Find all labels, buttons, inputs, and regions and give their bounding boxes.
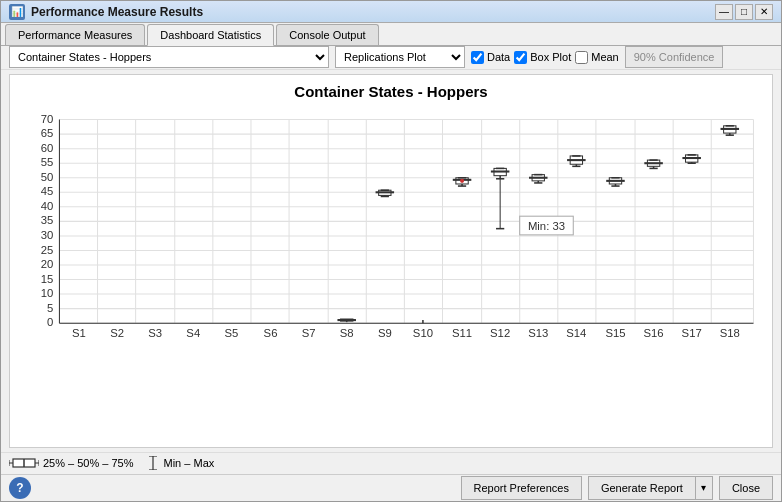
- svg-text:S17: S17: [682, 326, 702, 338]
- chart-title: Container States - Hoppers: [10, 75, 772, 104]
- svg-text:65: 65: [41, 127, 54, 139]
- mean-checkbox-label[interactable]: Mean: [575, 51, 619, 64]
- maximize-button[interactable]: □: [735, 4, 753, 20]
- footer: ? Report Preferences Generate Report ▾ C…: [1, 474, 781, 501]
- svg-text:S8: S8: [340, 326, 354, 338]
- svg-text:S16: S16: [644, 326, 664, 338]
- svg-text:15: 15: [41, 272, 54, 284]
- svg-text:20: 20: [41, 258, 54, 270]
- svg-text:50: 50: [41, 171, 54, 183]
- svg-text:S14: S14: [566, 326, 586, 338]
- tab-performance-measures[interactable]: Performance Measures: [5, 24, 145, 45]
- svg-text:S15: S15: [605, 326, 625, 338]
- plot-type-dropdown[interactable]: Replications Plot: [335, 46, 465, 68]
- tab-console-output[interactable]: Console Output: [276, 24, 378, 45]
- svg-text:S13: S13: [528, 326, 548, 338]
- svg-text:S9: S9: [378, 326, 392, 338]
- tab-dashboard-statistics[interactable]: Dashboard Statistics: [147, 24, 274, 46]
- svg-text:S2: S2: [110, 326, 124, 338]
- close-button[interactable]: Close: [719, 476, 773, 500]
- chart-content: .axis-label { font-size: 11px; fill: #33…: [10, 104, 772, 447]
- tab-bar: Performance Measures Dashboard Statistic…: [1, 23, 781, 45]
- box-legend-label: 25% – 50% – 75%: [43, 457, 134, 469]
- window-controls: — □ ✕: [715, 4, 773, 20]
- svg-text:35: 35: [41, 214, 54, 226]
- box-legend: 25% – 50% – 75%: [9, 456, 134, 470]
- svg-text:25: 25: [41, 243, 54, 255]
- footer-left: ?: [9, 477, 31, 499]
- svg-text:55: 55: [41, 156, 54, 168]
- svg-text:Min: 33: Min: 33: [528, 219, 565, 231]
- svg-text:S4: S4: [186, 326, 200, 338]
- svg-text:S7: S7: [302, 326, 316, 338]
- svg-text:5: 5: [47, 301, 53, 313]
- svg-text:45: 45: [41, 185, 54, 197]
- generate-report-dropdown-arrow[interactable]: ▾: [695, 476, 713, 500]
- svg-text:10: 10: [41, 287, 54, 299]
- mean-checkbox[interactable]: [575, 51, 588, 64]
- main-window: 📊 Performance Measure Results — □ ✕ Perf…: [0, 0, 782, 502]
- main-dropdown[interactable]: Container States - Hoppers: [9, 46, 329, 68]
- svg-text:S18: S18: [720, 326, 740, 338]
- svg-text:30: 30: [41, 229, 54, 241]
- data-checkbox-label[interactable]: Data: [471, 51, 510, 64]
- app-icon: 📊: [9, 4, 25, 20]
- svg-text:S1: S1: [72, 326, 86, 338]
- legend-bar: 25% – 50% – 75% Min – Max: [1, 452, 781, 474]
- generate-report-split-button: Generate Report ▾: [588, 476, 713, 500]
- confidence-button[interactable]: 90% Confidence: [625, 46, 724, 68]
- svg-text:S5: S5: [224, 326, 238, 338]
- minimize-button[interactable]: —: [715, 4, 733, 20]
- svg-text:S3: S3: [148, 326, 162, 338]
- svg-text:40: 40: [41, 200, 54, 212]
- svg-text:S11: S11: [452, 326, 472, 338]
- chart-svg: .axis-label { font-size: 11px; fill: #33…: [10, 104, 772, 447]
- svg-text:S6: S6: [264, 326, 278, 338]
- close-window-button[interactable]: ✕: [755, 4, 773, 20]
- window-title: Performance Measure Results: [31, 5, 203, 19]
- svg-text:S10: S10: [413, 326, 433, 338]
- generate-report-button[interactable]: Generate Report: [588, 476, 695, 500]
- title-bar: 📊 Performance Measure Results — □ ✕: [1, 1, 781, 23]
- svg-text:0: 0: [47, 316, 53, 328]
- chart-area: Container States - Hoppers .axis-label {…: [9, 74, 773, 448]
- help-button[interactable]: ?: [9, 477, 31, 499]
- minmax-legend: Min – Max: [146, 456, 215, 470]
- svg-text:S12: S12: [490, 326, 510, 338]
- boxplot-checkbox-label[interactable]: Box Plot: [514, 51, 571, 64]
- svg-point-80: [460, 178, 464, 182]
- checkbox-group: Data Box Plot Mean: [471, 51, 619, 64]
- minmax-legend-label: Min – Max: [164, 457, 215, 469]
- boxplot-checkbox[interactable]: [514, 51, 527, 64]
- toolbar: Container States - Hoppers Replications …: [1, 46, 781, 70]
- svg-text:60: 60: [41, 141, 54, 153]
- svg-text:70: 70: [41, 112, 54, 124]
- report-preferences-button[interactable]: Report Preferences: [461, 476, 582, 500]
- data-checkbox[interactable]: [471, 51, 484, 64]
